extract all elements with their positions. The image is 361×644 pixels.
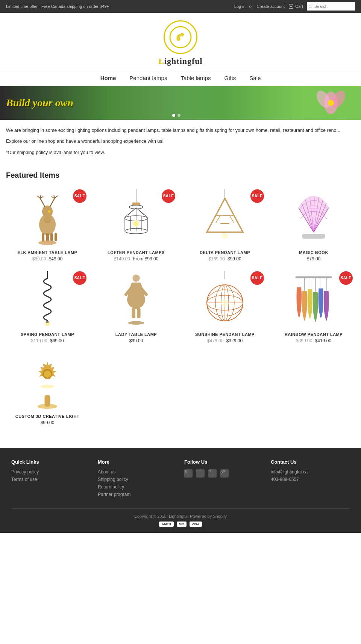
create-account-link[interactable]: Create account	[257, 4, 285, 9]
cart-icon	[288, 4, 294, 9]
contact-title: Contact Us	[271, 459, 350, 465]
nav-table-lamps[interactable]: Table lamps	[180, 75, 211, 81]
footer-privacy-link[interactable]: Privacy policy	[11, 469, 90, 475]
lofter-image: SALE	[95, 187, 177, 247]
top-bar-right: Log in or Create account Cart	[234, 2, 355, 11]
magic-book-image	[272, 187, 355, 247]
visa-icon: VISA	[190, 522, 202, 527]
svg-point-90	[44, 370, 51, 378]
svg-point-65	[132, 274, 140, 281]
login-link[interactable]: Log in	[234, 4, 246, 9]
spring-image: SALE	[6, 269, 89, 329]
lady-price: $99.00	[95, 338, 177, 343]
magic-book-price: $79.00	[272, 256, 355, 262]
product-lofter[interactable]: SALE	[95, 187, 177, 262]
footer-grid: Quick Links Privacy policy Terms of use …	[11, 459, 350, 499]
custom3d-illustration	[27, 353, 68, 409]
svg-point-70	[128, 321, 144, 325]
footer: Quick Links Privacy policy Terms of use …	[0, 448, 361, 533]
description-line1: We are bringing in some exciting lightin…	[6, 127, 355, 135]
svg-rect-22	[55, 233, 57, 241]
nav-pendant-lamps[interactable]: Pendant lamps	[129, 75, 167, 81]
lofter-name: LOFTER PENDANT LAMPS	[95, 250, 177, 255]
svg-rect-21	[50, 233, 53, 241]
top-bar: Limited time offer - Free Canada shippin…	[0, 0, 361, 13]
mc-icon: MC	[177, 522, 187, 527]
banner-image-area	[162, 86, 361, 120]
search-input[interactable]	[312, 3, 353, 10]
svg-line-33	[128, 208, 136, 215]
sunshine-price: $479.00 $329.00	[184, 338, 266, 343]
spring-name: SPRING PENDANT LAMP	[6, 332, 89, 337]
footer-partner-link[interactable]: Partner program	[98, 492, 177, 497]
footer-about-link[interactable]: About us	[98, 469, 177, 475]
footer-return-link[interactable]: Return policy	[98, 484, 177, 490]
banner-decoration	[308, 88, 353, 118]
svg-line-34	[136, 208, 144, 215]
rainbow-price: $699.00 $419.00	[272, 338, 355, 343]
facebook-link[interactable]: f	[196, 469, 205, 478]
pinterest-link[interactable]: P	[208, 469, 217, 478]
svg-rect-88	[45, 395, 50, 407]
banner-dots	[172, 114, 180, 117]
footer-quick-links: Quick Links Privacy policy Terms of use	[11, 459, 90, 499]
product-elk[interactable]: SALE	[6, 187, 89, 262]
contact-email[interactable]: info@lightingful.ca	[271, 469, 350, 475]
copyright-text: Copyright © 2018, Lightingful. Powered b…	[134, 514, 227, 519]
description-section: We are bringing in some exciting lightin…	[0, 120, 361, 157]
svg-point-23	[38, 240, 56, 245]
svg-point-79	[221, 299, 229, 307]
custom3d-name: CUSTOM 3D CREATIVE LIGHT	[6, 414, 89, 419]
svg-line-16	[55, 196, 58, 198]
sunshine-illustration	[204, 271, 246, 327]
twitter-link[interactable]: 𝕏	[184, 469, 193, 478]
cart-link[interactable]: Cart	[288, 4, 303, 9]
svg-point-43	[134, 221, 138, 226]
rainbow-sale-badge: SALE	[339, 271, 353, 285]
main-nav: Home Pendant lamps Table lamps Gifts Sal…	[0, 70, 361, 86]
lady-name: LADY TABLE LAMP	[95, 332, 177, 337]
banner-text: Build your own	[6, 97, 73, 109]
elk-price: $69.00 $49.00	[6, 256, 89, 262]
sunshine-name: SUNSHINE PENDANT LAMP	[184, 332, 266, 337]
lofter-price: $140.00 From $99.00	[95, 256, 177, 262]
nav-sale[interactable]: Sale	[249, 75, 261, 81]
svg-line-48	[216, 215, 220, 223]
product-sunshine[interactable]: SALE SUNSHINE PENDANT LAMP	[184, 269, 266, 343]
instagram-link[interactable]: ☍	[220, 469, 229, 478]
product-custom3d[interactable]: CUSTOM 3D CREATIVE LIGHT $99.00	[6, 351, 89, 425]
product-delta[interactable]: SALE DELTA PENDANT LAMP	[184, 187, 266, 262]
featured-section: Featured Items SALE	[0, 160, 361, 433]
product-lady[interactable]: LADY TABLE LAMP $99.00	[95, 269, 177, 343]
svg-rect-69	[137, 308, 141, 318]
nav-gifts[interactable]: Gifts	[224, 75, 236, 81]
amex-icon: AMEX	[159, 522, 173, 527]
product-spring[interactable]: SALE SPRING PENDANT LAMP $119.00 $69.00	[6, 269, 89, 343]
sunshine-sale-badge: SALE	[250, 271, 264, 285]
elk-sale-badge: SALE	[73, 189, 86, 203]
nav-home[interactable]: Home	[100, 75, 116, 81]
logo-svg	[169, 26, 192, 48]
banner-dot-1[interactable]	[172, 114, 175, 117]
contact-phone: 403-889-6557	[271, 477, 350, 482]
elk-image: SALE	[6, 187, 89, 247]
footer-bottom: Copyright © 2018, Lightingful. Powered b…	[11, 508, 350, 527]
rainbow-name: RAINBOW PENDANT LAMP	[272, 332, 355, 337]
follow-title: Follow Us	[184, 459, 263, 465]
svg-point-3	[170, 27, 191, 48]
lofter-illustration	[114, 189, 159, 245]
magic-book-name: MAGIC BOOK	[272, 250, 355, 255]
product-magic-book[interactable]: MAGIC BOOK $79.00	[272, 187, 355, 262]
banner-dot-2[interactable]	[177, 114, 180, 117]
offer-text: Limited time offer - Free Canada shippin…	[6, 4, 109, 9]
footer-terms-link[interactable]: Terms of use	[11, 477, 90, 482]
hero-banner[interactable]: Build your own	[0, 86, 361, 120]
delta-price: $169.00 $99.00	[184, 256, 266, 262]
rainbow-image: SALE	[272, 269, 355, 329]
search-wrap[interactable]	[307, 2, 355, 11]
footer-shipping-link[interactable]: Shipping policy	[98, 477, 177, 482]
product-rainbow[interactable]: SALE	[272, 269, 355, 343]
delta-sale-badge: SALE	[250, 189, 264, 203]
delta-illustration	[202, 189, 247, 245]
svg-line-49	[229, 215, 234, 223]
